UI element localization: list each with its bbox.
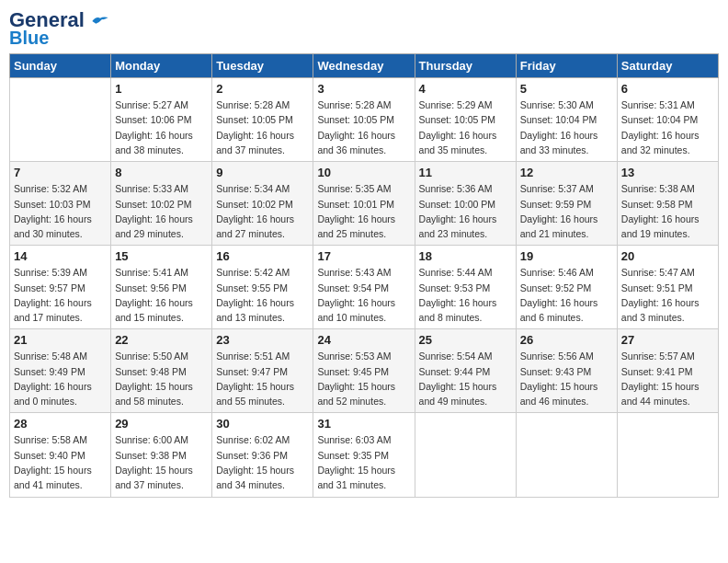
calendar-cell: 18Sunrise: 5:44 AM Sunset: 9:53 PM Dayli… — [415, 246, 516, 329]
calendar-cell: 12Sunrise: 5:37 AM Sunset: 9:59 PM Dayli… — [516, 162, 617, 246]
calendar-cell: 26Sunrise: 5:56 AM Sunset: 9:43 PM Dayli… — [516, 329, 617, 413]
calendar-cell: 27Sunrise: 5:57 AM Sunset: 9:41 PM Dayli… — [617, 329, 718, 413]
day-number: 5 — [520, 82, 613, 96]
week-row-5: 28Sunrise: 5:58 AM Sunset: 9:40 PM Dayli… — [10, 413, 719, 497]
calendar-cell: 11Sunrise: 5:36 AM Sunset: 10:00 PM Dayl… — [415, 162, 516, 246]
day-number: 28 — [14, 417, 107, 431]
header-day-friday: Friday — [516, 54, 617, 78]
day-detail: Sunrise: 6:03 AM Sunset: 9:35 PM Dayligh… — [317, 432, 410, 492]
calendar-cell: 13Sunrise: 5:38 AM Sunset: 9:58 PM Dayli… — [617, 162, 718, 246]
day-detail: Sunrise: 5:30 AM Sunset: 10:04 PM Daylig… — [520, 98, 613, 157]
calendar-cell: 29Sunrise: 6:00 AM Sunset: 9:38 PM Dayli… — [111, 413, 212, 497]
day-detail: Sunrise: 5:43 AM Sunset: 9:54 PM Dayligh… — [317, 265, 410, 325]
day-detail: Sunrise: 5:57 AM Sunset: 9:41 PM Dayligh… — [621, 349, 714, 408]
header-day-thursday: Thursday — [415, 54, 516, 78]
week-row-2: 7Sunrise: 5:32 AM Sunset: 10:03 PM Dayli… — [10, 162, 719, 246]
day-number: 25 — [419, 333, 512, 347]
calendar-cell — [617, 413, 718, 497]
day-detail: Sunrise: 5:58 AM Sunset: 9:40 PM Dayligh… — [14, 432, 107, 492]
day-detail: Sunrise: 5:46 AM Sunset: 9:52 PM Dayligh… — [520, 265, 613, 325]
day-number: 11 — [419, 166, 512, 179]
calendar-table: SundayMondayTuesdayWednesdayThursdayFrid… — [9, 53, 719, 497]
calendar-cell: 25Sunrise: 5:54 AM Sunset: 9:44 PM Dayli… — [415, 329, 516, 413]
day-detail: Sunrise: 5:53 AM Sunset: 9:45 PM Dayligh… — [317, 349, 410, 408]
day-number: 8 — [115, 166, 208, 179]
week-row-3: 14Sunrise: 5:39 AM Sunset: 9:57 PM Dayli… — [10, 246, 719, 329]
calendar-cell: 9Sunrise: 5:34 AM Sunset: 10:02 PM Dayli… — [212, 162, 313, 246]
calendar-cell: 5Sunrise: 5:30 AM Sunset: 10:04 PM Dayli… — [516, 78, 617, 162]
day-detail: Sunrise: 5:34 AM Sunset: 10:02 PM Daylig… — [216, 181, 309, 241]
day-detail: Sunrise: 5:36 AM Sunset: 10:00 PM Daylig… — [419, 181, 512, 241]
day-number: 1 — [115, 82, 208, 96]
logo-text2: Blue — [9, 28, 49, 48]
header-row: SundayMondayTuesdayWednesdayThursdayFrid… — [10, 54, 719, 78]
day-detail: Sunrise: 6:02 AM Sunset: 9:36 PM Dayligh… — [216, 432, 309, 492]
calendar-cell — [415, 413, 516, 497]
header-day-monday: Monday — [111, 54, 212, 78]
week-row-1: 1Sunrise: 5:27 AM Sunset: 10:06 PM Dayli… — [10, 78, 719, 162]
calendar-cell — [10, 78, 111, 162]
day-number: 26 — [520, 333, 613, 347]
calendar-cell: 6Sunrise: 5:31 AM Sunset: 10:04 PM Dayli… — [617, 78, 718, 162]
calendar-cell: 23Sunrise: 5:51 AM Sunset: 9:47 PM Dayli… — [212, 329, 313, 413]
day-number: 17 — [317, 249, 410, 263]
day-detail: Sunrise: 5:32 AM Sunset: 10:03 PM Daylig… — [14, 181, 107, 241]
day-detail: Sunrise: 5:29 AM Sunset: 10:05 PM Daylig… — [419, 98, 512, 157]
calendar-cell: 17Sunrise: 5:43 AM Sunset: 9:54 PM Dayli… — [313, 246, 415, 329]
day-detail: Sunrise: 5:48 AM Sunset: 9:49 PM Dayligh… — [14, 349, 107, 408]
calendar-cell: 22Sunrise: 5:50 AM Sunset: 9:48 PM Dayli… — [111, 329, 212, 413]
calendar-cell: 10Sunrise: 5:35 AM Sunset: 10:01 PM Dayl… — [313, 162, 415, 246]
calendar-cell: 4Sunrise: 5:29 AM Sunset: 10:05 PM Dayli… — [415, 78, 516, 162]
calendar-cell: 14Sunrise: 5:39 AM Sunset: 9:57 PM Dayli… — [10, 246, 111, 329]
calendar-cell: 19Sunrise: 5:46 AM Sunset: 9:52 PM Dayli… — [516, 246, 617, 329]
day-number: 7 — [14, 166, 107, 179]
calendar-cell: 20Sunrise: 5:47 AM Sunset: 9:51 PM Dayli… — [617, 246, 718, 329]
day-number: 2 — [216, 82, 309, 96]
day-detail: Sunrise: 5:37 AM Sunset: 9:59 PM Dayligh… — [520, 181, 613, 241]
day-number: 14 — [14, 249, 107, 263]
calendar-cell: 8Sunrise: 5:33 AM Sunset: 10:02 PM Dayli… — [111, 162, 212, 246]
day-number: 21 — [14, 333, 107, 347]
header-day-tuesday: Tuesday — [212, 54, 313, 78]
day-number: 6 — [621, 82, 714, 96]
day-detail: Sunrise: 5:33 AM Sunset: 10:02 PM Daylig… — [115, 181, 208, 241]
header-day-saturday: Saturday — [617, 54, 718, 78]
day-detail: Sunrise: 5:47 AM Sunset: 9:51 PM Dayligh… — [621, 265, 714, 325]
header-day-sunday: Sunday — [10, 54, 111, 78]
day-number: 19 — [520, 249, 613, 263]
day-detail: Sunrise: 5:42 AM Sunset: 9:55 PM Dayligh… — [216, 265, 309, 325]
day-number: 22 — [115, 333, 208, 347]
day-number: 29 — [115, 417, 208, 431]
day-detail: Sunrise: 5:38 AM Sunset: 9:58 PM Dayligh… — [621, 181, 714, 241]
day-number: 20 — [621, 249, 714, 263]
calendar-cell: 24Sunrise: 5:53 AM Sunset: 9:45 PM Dayli… — [313, 329, 415, 413]
day-detail: Sunrise: 5:56 AM Sunset: 9:43 PM Dayligh… — [520, 349, 613, 408]
day-detail: Sunrise: 5:44 AM Sunset: 9:53 PM Dayligh… — [419, 265, 512, 325]
day-detail: Sunrise: 5:51 AM Sunset: 9:47 PM Dayligh… — [216, 349, 309, 408]
calendar-cell: 31Sunrise: 6:03 AM Sunset: 9:35 PM Dayli… — [313, 413, 415, 497]
day-number: 23 — [216, 333, 309, 347]
day-number: 15 — [115, 249, 208, 263]
calendar-cell: 30Sunrise: 6:02 AM Sunset: 9:36 PM Dayli… — [212, 413, 313, 497]
day-detail: Sunrise: 5:54 AM Sunset: 9:44 PM Dayligh… — [419, 349, 512, 408]
day-detail: Sunrise: 5:35 AM Sunset: 10:01 PM Daylig… — [317, 181, 410, 241]
day-detail: Sunrise: 5:27 AM Sunset: 10:06 PM Daylig… — [115, 98, 208, 157]
day-detail: Sunrise: 5:31 AM Sunset: 10:04 PM Daylig… — [621, 98, 714, 157]
header-day-wednesday: Wednesday — [313, 54, 415, 78]
calendar-cell: 28Sunrise: 5:58 AM Sunset: 9:40 PM Dayli… — [10, 413, 111, 497]
day-number: 12 — [520, 166, 613, 179]
day-number: 13 — [621, 166, 714, 179]
day-detail: Sunrise: 5:28 AM Sunset: 10:05 PM Daylig… — [216, 98, 309, 157]
day-number: 3 — [317, 82, 410, 96]
calendar-cell — [516, 413, 617, 497]
day-number: 16 — [216, 249, 309, 263]
logo: General Blue — [9, 9, 109, 48]
day-number: 9 — [216, 166, 309, 179]
day-number: 24 — [317, 333, 410, 347]
day-detail: Sunrise: 5:39 AM Sunset: 9:57 PM Dayligh… — [14, 265, 107, 325]
calendar-cell: 15Sunrise: 5:41 AM Sunset: 9:56 PM Dayli… — [111, 246, 212, 329]
page-header: General Blue — [9, 9, 719, 48]
calendar-cell: 2Sunrise: 5:28 AM Sunset: 10:05 PM Dayli… — [212, 78, 313, 162]
day-number: 10 — [317, 166, 410, 179]
day-number: 27 — [621, 333, 714, 347]
